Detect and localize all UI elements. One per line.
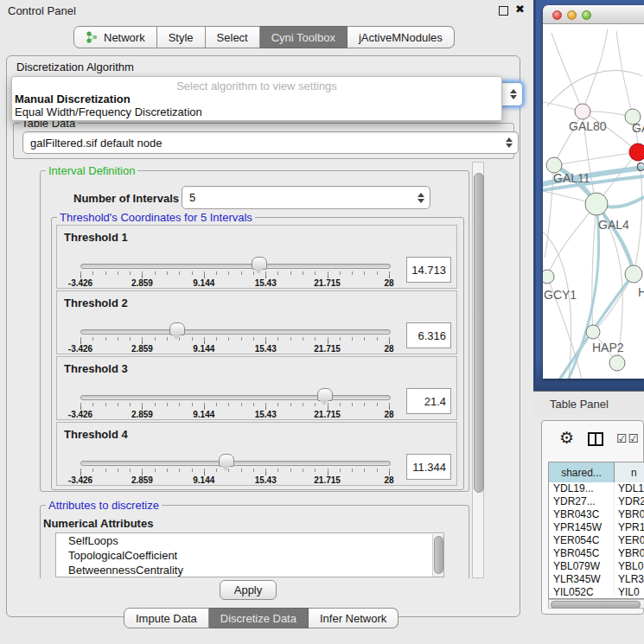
split-columns-icon[interactable] <box>588 432 603 446</box>
cell-shared-name[interactable]: YBL079W <box>549 560 615 573</box>
window-minimize-button[interactable] <box>567 10 577 20</box>
scrollbar-thumb[interactable] <box>474 173 484 493</box>
network-canvas[interactable]: GAL80 GA C GAL11 GAL4 GCY1 H HAP2 <box>543 24 644 379</box>
cell-name[interactable]: YER0 <box>615 534 644 547</box>
list-item[interactable]: SelfLoops <box>56 533 443 548</box>
slider-handle[interactable] <box>317 388 333 401</box>
node-gal4[interactable] <box>585 193 608 215</box>
cell-name[interactable]: YLR3 <box>615 573 644 586</box>
node-gal80[interactable] <box>575 104 590 119</box>
tab-impute-data[interactable]: Impute Data <box>124 608 209 628</box>
table-row[interactable]: YDR27...YDR2 <box>549 495 644 508</box>
window-close-button[interactable] <box>552 10 562 20</box>
threshold-value[interactable]: 6.316 <box>406 322 451 348</box>
list-item[interactable]: TopologicalCoefficient <box>56 548 443 563</box>
table-panel-title: Table Panel <box>550 398 609 411</box>
node-highlighted-red[interactable] <box>629 143 644 161</box>
slider-handle[interactable] <box>219 454 234 467</box>
close-panel-icon[interactable]: ✖ <box>515 3 525 16</box>
node-gcy1[interactable] <box>543 270 554 284</box>
tick-label: 15.43 <box>255 278 277 288</box>
threshold-value[interactable]: 14.713 <box>406 257 451 283</box>
dropdown-option-manual-discretization[interactable]: Manual Discretization <box>15 92 131 105</box>
threshold-value[interactable]: 11.344 <box>406 454 451 480</box>
tick-label: 21.715 <box>314 344 341 354</box>
tab-cyni-toolbox[interactable]: Cyni Toolbox <box>260 26 348 48</box>
node-label: H <box>638 285 644 299</box>
apply-button[interactable]: Apply <box>220 580 277 600</box>
tick-label: 28 <box>384 344 393 354</box>
float-panel-icon[interactable] <box>499 6 508 16</box>
slider-handle[interactable] <box>169 322 185 335</box>
slider-track[interactable] <box>80 461 391 466</box>
node-bottom-partial[interactable] <box>609 355 625 371</box>
cell-name[interactable]: YIL0 <box>615 586 644 596</box>
cell-shared-name[interactable]: YDL19... <box>549 482 615 495</box>
cell-name[interactable]: YBL0 <box>615 560 644 573</box>
threshold-label: Threshold 4 <box>64 428 128 441</box>
table-row[interactable]: YBR043CYBR0 <box>549 508 644 521</box>
table-row[interactable]: YBL079WYBL0 <box>549 560 644 573</box>
list-item[interactable]: BetweennessCentrality <box>56 563 443 577</box>
list-scrollbar[interactable] <box>432 534 444 577</box>
tick-label: 9.144 <box>193 410 214 419</box>
scrollbar-thumb[interactable] <box>551 601 641 609</box>
column-header-shared-name[interactable]: shared... <box>549 462 615 482</box>
table-row[interactable]: YPR145WYPR1 <box>549 521 644 534</box>
node-label: GAL11 <box>553 171 590 185</box>
thresholds-group: Threshold's Coordinates for 5 Intervals … <box>51 217 464 490</box>
cell-shared-name[interactable]: YPR145W <box>549 521 615 534</box>
slider-track[interactable] <box>80 395 391 400</box>
threshold-value[interactable]: 21.4 <box>406 388 451 414</box>
cell-shared-name[interactable]: YER054C <box>549 534 615 547</box>
gear-icon[interactable]: ⚙ <box>559 430 574 446</box>
slider-track[interactable] <box>80 329 391 335</box>
scrollbar-thumb[interactable] <box>434 536 443 574</box>
slider-track[interactable] <box>80 264 391 269</box>
column-header-name[interactable]: n <box>615 462 644 482</box>
dropdown-option-equal-width-frequency[interactable]: Equal Width/Frequency Discretization <box>15 105 202 118</box>
table-rows: YDL19...YDL1YDR27...YDR2YBR043CYBR0YPR14… <box>549 482 644 596</box>
node-h-partial[interactable] <box>625 265 642 283</box>
tab-select[interactable]: Select <box>206 26 260 48</box>
cell-shared-name[interactable]: YBR045C <box>549 547 615 560</box>
node-hap2[interactable] <box>586 325 600 339</box>
cell-shared-name[interactable]: YLR345W <box>549 573 615 586</box>
tick-label: 9.144 <box>193 344 214 354</box>
table-row[interactable]: YER054CYER0 <box>549 534 644 547</box>
tab-jactivemnodules[interactable]: jActiveMNodules <box>348 26 455 48</box>
table-row[interactable]: YBR045CYBR0 <box>549 547 644 560</box>
network-window-titlebar[interactable] <box>543 5 644 24</box>
table-row[interactable]: YLR345WYLR3 <box>549 573 644 586</box>
table-row[interactable]: YDL19...YDL1 <box>549 482 644 495</box>
tab-infer-network[interactable]: Infer Network <box>309 608 399 628</box>
cell-name[interactable]: YBR0 <box>615 508 644 521</box>
table-row[interactable]: YIL052CYIL0 <box>549 586 644 596</box>
cell-shared-name[interactable]: YIL052C <box>549 586 615 596</box>
tick-label: -3.426 <box>68 344 92 354</box>
table-data-combobox[interactable]: galFiltered.sif default node <box>22 131 519 154</box>
settings-scrollbar[interactable] <box>472 162 484 578</box>
slider-handle[interactable] <box>252 257 267 270</box>
cell-shared-name[interactable]: YBR043C <box>549 508 615 521</box>
cell-shared-name[interactable]: YDR27... <box>549 495 615 508</box>
cell-name[interactable]: YBR0 <box>615 547 644 560</box>
select-columns-checkboxes-icon[interactable]: ☑☑ <box>616 431 640 445</box>
cell-name[interactable]: YDR2 <box>615 495 644 508</box>
interval-definition-group-title: Interval Definition <box>46 164 137 177</box>
window-zoom-button[interactable] <box>582 10 591 20</box>
tick-labels: -3.4262.8599.14415.4321.71528 <box>80 410 390 420</box>
node-label: GCY1 <box>544 288 577 302</box>
control-panel-titlebar: Control Panel ✖ <box>0 0 533 21</box>
dropdown-prompt-item[interactable]: Select algorithm to view settings <box>12 80 501 92</box>
tab-network[interactable]: Network <box>73 26 157 48</box>
number-of-intervals-label: Number of Intervals <box>73 192 179 205</box>
top-tab-bar: Network Style Select Cyni Toolbox jActiv… <box>73 26 455 48</box>
table-horizontal-scrollbar[interactable] <box>548 599 644 609</box>
numerical-attributes-list[interactable]: SelfLoops TopologicalCoefficient Between… <box>55 532 444 577</box>
cell-name[interactable]: YDL1 <box>615 482 644 495</box>
cell-name[interactable]: YPR1 <box>615 521 644 534</box>
number-of-intervals-combobox[interactable]: 5 <box>182 186 430 209</box>
tab-discretize-data[interactable]: Discretize Data <box>209 608 309 628</box>
tab-style[interactable]: Style <box>157 26 206 48</box>
